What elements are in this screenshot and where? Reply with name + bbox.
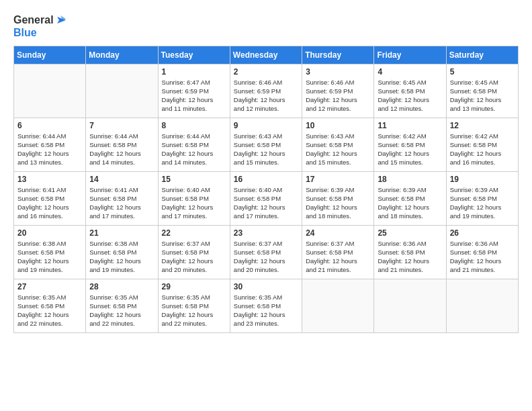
day-number: 11 [378, 121, 442, 130]
page-header: General Blue [13, 13, 519, 39]
calendar-cell: 26Sunrise: 6:36 AMSunset: 6:58 PMDayligh… [446, 225, 518, 279]
day-number: 18 [378, 175, 442, 184]
calendar-cell: 8Sunrise: 6:44 AMSunset: 6:58 PMDaylight… [158, 118, 230, 171]
calendar-cell: 23Sunrise: 6:37 AMSunset: 6:58 PMDayligh… [230, 225, 302, 279]
logo-blue: Blue [13, 27, 67, 39]
calendar-cell: 20Sunrise: 6:38 AMSunset: 6:58 PMDayligh… [14, 225, 86, 279]
day-number: 14 [89, 175, 154, 184]
day-number: 19 [450, 175, 515, 184]
day-info: Sunrise: 6:36 AMSunset: 6:58 PMDaylight:… [378, 239, 442, 275]
calendar-cell: 10Sunrise: 6:43 AMSunset: 6:58 PMDayligh… [302, 118, 374, 171]
calendar-cell [302, 279, 374, 332]
day-number: 2 [234, 67, 298, 77]
day-number: 7 [89, 121, 154, 130]
day-info: Sunrise: 6:41 AMSunset: 6:58 PMDaylight:… [89, 185, 154, 221]
day-info: Sunrise: 6:44 AMSunset: 6:58 PMDaylight:… [17, 132, 82, 167]
day-number: 4 [378, 67, 442, 77]
calendar-cell: 28Sunrise: 6:35 AMSunset: 6:58 PMDayligh… [86, 279, 158, 332]
calendar-cell: 27Sunrise: 6:35 AMSunset: 6:58 PMDayligh… [14, 279, 86, 332]
day-header-wednesday: Wednesday [230, 46, 302, 64]
day-number: 22 [162, 228, 226, 238]
calendar-cell: 6Sunrise: 6:44 AMSunset: 6:58 PMDaylight… [14, 118, 86, 171]
day-info: Sunrise: 6:40 AMSunset: 6:58 PMDaylight:… [162, 185, 226, 221]
day-info: Sunrise: 6:35 AMSunset: 6:58 PMDaylight:… [89, 293, 154, 328]
calendar-cell: 11Sunrise: 6:42 AMSunset: 6:58 PMDayligh… [374, 118, 446, 171]
calendar-table: SundayMondayTuesdayWednesdayThursdayFrid… [13, 46, 519, 333]
calendar-cell: 25Sunrise: 6:36 AMSunset: 6:58 PMDayligh… [374, 225, 446, 279]
day-info: Sunrise: 6:35 AMSunset: 6:58 PMDaylight:… [234, 293, 298, 328]
calendar-cell: 7Sunrise: 6:44 AMSunset: 6:58 PMDaylight… [86, 118, 158, 171]
day-info: Sunrise: 6:36 AMSunset: 6:58 PMDaylight:… [450, 239, 515, 275]
day-info: Sunrise: 6:41 AMSunset: 6:58 PMDaylight:… [17, 185, 82, 221]
week-row-3: 13Sunrise: 6:41 AMSunset: 6:58 PMDayligh… [14, 171, 519, 225]
day-info: Sunrise: 6:42 AMSunset: 6:58 PMDaylight:… [450, 132, 515, 167]
day-info: Sunrise: 6:40 AMSunset: 6:58 PMDaylight:… [234, 185, 298, 221]
day-info: Sunrise: 6:37 AMSunset: 6:58 PMDaylight:… [234, 239, 298, 275]
calendar-cell: 12Sunrise: 6:42 AMSunset: 6:58 PMDayligh… [446, 118, 518, 171]
day-info: Sunrise: 6:38 AMSunset: 6:58 PMDaylight:… [17, 239, 82, 275]
day-number: 17 [306, 175, 370, 184]
day-info: Sunrise: 6:45 AMSunset: 6:58 PMDaylight:… [378, 78, 442, 113]
days-header-row: SundayMondayTuesdayWednesdayThursdayFrid… [14, 46, 519, 64]
day-header-tuesday: Tuesday [158, 46, 230, 64]
day-info: Sunrise: 6:39 AMSunset: 6:58 PMDaylight:… [450, 185, 515, 221]
week-row-5: 27Sunrise: 6:35 AMSunset: 6:58 PMDayligh… [14, 279, 519, 332]
logo-arrow-icon [54, 13, 67, 27]
day-number: 12 [450, 121, 515, 130]
day-info: Sunrise: 6:43 AMSunset: 6:58 PMDaylight:… [306, 132, 370, 167]
day-info: Sunrise: 6:45 AMSunset: 6:58 PMDaylight:… [450, 78, 515, 113]
calendar-cell: 4Sunrise: 6:45 AMSunset: 6:58 PMDaylight… [374, 64, 446, 118]
calendar-cell: 2Sunrise: 6:46 AMSunset: 6:59 PMDaylight… [230, 64, 302, 118]
day-number: 13 [17, 175, 82, 184]
day-header-friday: Friday [374, 46, 446, 64]
calendar-cell [374, 279, 446, 332]
day-number: 3 [306, 67, 370, 77]
day-header-saturday: Saturday [446, 46, 518, 64]
day-number: 30 [234, 282, 298, 291]
day-number: 20 [17, 228, 82, 238]
day-number: 6 [17, 121, 82, 130]
calendar-cell: 9Sunrise: 6:43 AMSunset: 6:58 PMDaylight… [230, 118, 302, 171]
calendar-cell: 3Sunrise: 6:46 AMSunset: 6:59 PMDaylight… [302, 64, 374, 118]
day-info: Sunrise: 6:35 AMSunset: 6:58 PMDaylight:… [162, 293, 226, 328]
calendar-cell: 24Sunrise: 6:37 AMSunset: 6:58 PMDayligh… [302, 225, 374, 279]
day-number: 24 [306, 228, 370, 238]
calendar-cell: 1Sunrise: 6:47 AMSunset: 6:59 PMDaylight… [158, 64, 230, 118]
calendar-cell: 29Sunrise: 6:35 AMSunset: 6:58 PMDayligh… [158, 279, 230, 332]
day-info: Sunrise: 6:39 AMSunset: 6:58 PMDaylight:… [378, 185, 442, 221]
day-info: Sunrise: 6:46 AMSunset: 6:59 PMDaylight:… [234, 78, 298, 113]
calendar-cell: 15Sunrise: 6:40 AMSunset: 6:58 PMDayligh… [158, 171, 230, 225]
calendar-cell: 13Sunrise: 6:41 AMSunset: 6:58 PMDayligh… [14, 171, 86, 225]
day-info: Sunrise: 6:47 AMSunset: 6:59 PMDaylight:… [162, 78, 226, 113]
calendar-cell [446, 279, 518, 332]
calendar-cell: 18Sunrise: 6:39 AMSunset: 6:58 PMDayligh… [374, 171, 446, 225]
day-info: Sunrise: 6:39 AMSunset: 6:58 PMDaylight:… [306, 185, 370, 221]
logo: General Blue [13, 13, 67, 39]
calendar-cell: 16Sunrise: 6:40 AMSunset: 6:58 PMDayligh… [230, 171, 302, 225]
day-info: Sunrise: 6:37 AMSunset: 6:58 PMDaylight:… [162, 239, 226, 275]
calendar-cell: 17Sunrise: 6:39 AMSunset: 6:58 PMDayligh… [302, 171, 374, 225]
day-number: 10 [306, 121, 370, 130]
calendar-cell [86, 64, 158, 118]
day-info: Sunrise: 6:38 AMSunset: 6:58 PMDaylight:… [89, 239, 154, 275]
day-info: Sunrise: 6:44 AMSunset: 6:58 PMDaylight:… [162, 132, 226, 167]
week-row-4: 20Sunrise: 6:38 AMSunset: 6:58 PMDayligh… [14, 225, 519, 279]
calendar-cell [14, 64, 86, 118]
day-number: 8 [162, 121, 226, 130]
day-info: Sunrise: 6:35 AMSunset: 6:58 PMDaylight:… [17, 293, 82, 328]
calendar-cell: 22Sunrise: 6:37 AMSunset: 6:58 PMDayligh… [158, 225, 230, 279]
day-number: 16 [234, 175, 298, 184]
day-header-thursday: Thursday [302, 46, 374, 64]
day-number: 26 [450, 228, 515, 238]
calendar-cell: 14Sunrise: 6:41 AMSunset: 6:58 PMDayligh… [86, 171, 158, 225]
day-number: 27 [17, 282, 82, 291]
day-info: Sunrise: 6:44 AMSunset: 6:58 PMDaylight:… [89, 132, 154, 167]
calendar-cell: 5Sunrise: 6:45 AMSunset: 6:58 PMDaylight… [446, 64, 518, 118]
day-info: Sunrise: 6:42 AMSunset: 6:58 PMDaylight:… [378, 132, 442, 167]
day-number: 29 [162, 282, 226, 291]
day-number: 23 [234, 228, 298, 238]
day-number: 5 [450, 67, 515, 77]
day-number: 15 [162, 175, 226, 184]
day-number: 9 [234, 121, 298, 130]
day-number: 25 [378, 228, 442, 238]
